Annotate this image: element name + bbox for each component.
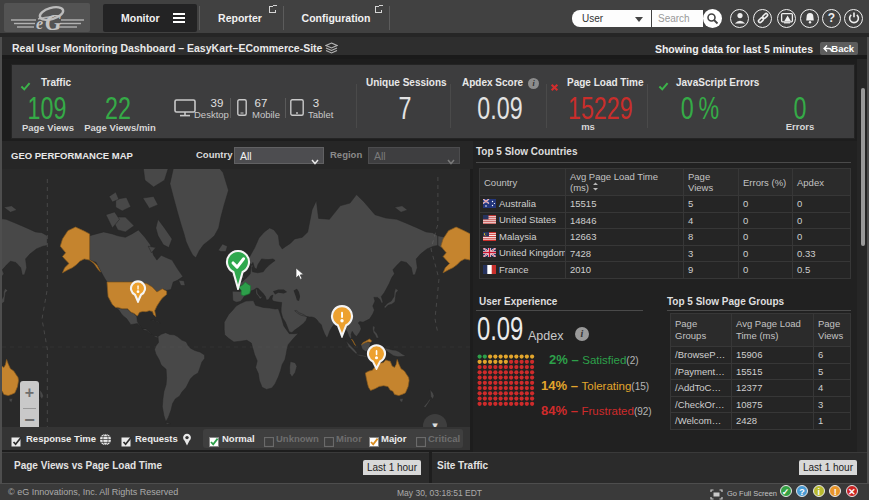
svg-text:G: G (45, 10, 62, 32)
svg-text:e: e (36, 15, 43, 32)
